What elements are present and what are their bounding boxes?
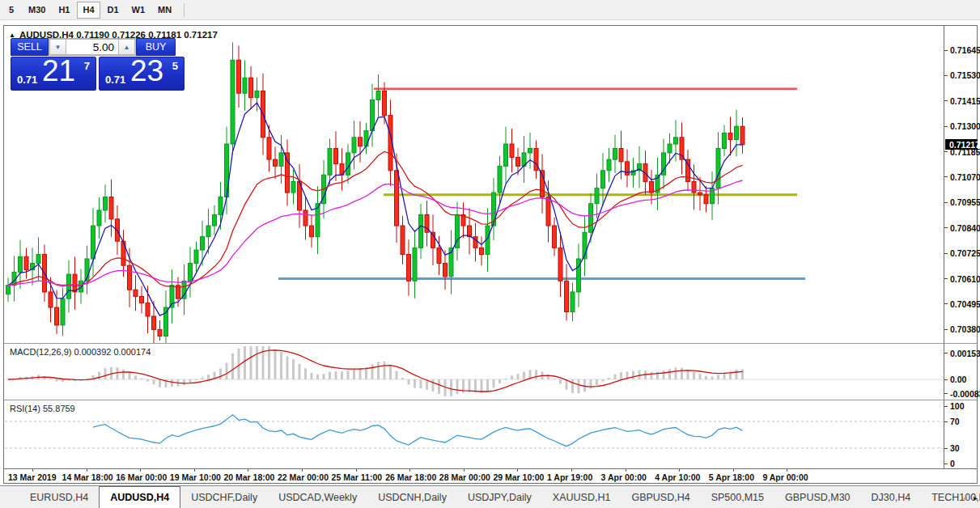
macd-label: MACD(12,26,9) 0.000392 0.000174 [10,347,151,357]
volume-decrease-button[interactable]: ▼ [49,39,66,55]
sell-price-pip: 7 [84,60,90,72]
chart-window: ▲AUDUSD,H4 0.71190 0.71226 0.71181 0.712… [3,25,978,484]
time-axis-label: 13 Mar 2019 [8,472,57,482]
price-tick [944,126,948,127]
chart-tab-usdcad-weekly[interactable]: USDCAD,Weekly [268,486,367,508]
timeframe-button-m30[interactable]: M30 [23,2,51,19]
rsi-scale-tick [944,464,948,464]
price-tick [944,253,948,254]
price-scale-label: 0.70840 [950,223,980,233]
rsi-scale-tick [944,448,948,449]
chart-tab-usdcnh-daily[interactable]: USDCNH,Daily [367,486,457,508]
price-scale-label: 0.71415 [950,96,980,106]
rsi-scale-label: 70 [950,417,960,426]
buy-price-prefix: 0.71 [105,74,125,86]
sell-price-prefix: 0.71 [17,74,37,86]
time-axis-label: 1 Apr 19:00 [547,472,592,482]
price-scale-label: 0.70725 [950,248,980,258]
price-scale-label: 0.71300 [950,121,980,131]
rsi-scale-label: 30 [950,443,960,453]
time-tick [32,469,33,472]
price-tick [944,303,948,304]
chart-tab-eurusd-h4[interactable]: EURUSD,H4 [19,486,99,508]
current-price-badge: 0.71217 [945,139,978,150]
trading-platform-window: 5M30H1H4D1W1MN ▲AUDUSD,H4 0.71190 0.7122… [0,0,980,508]
price-scale-label: 0.71070 [950,172,980,182]
chart-tab-bar: EURUSD,H4AUDUSD,H4USDCHF,DailyUSDCAD,Wee… [0,485,980,508]
time-axis-label: 28 Mar 00:00 [439,472,490,482]
rsi-indicator-canvas[interactable] [5,401,944,468]
time-tick [679,469,680,472]
time-axis-label: 4 Apr 10:00 [655,472,700,482]
macd-scale-tick [944,393,948,394]
time-tick [626,469,626,472]
price-tick [944,151,948,152]
time-tick [248,469,248,472]
time-tick [87,469,87,472]
chart-tab-usdjpy-daily[interactable]: USDJPY,Daily [457,486,542,508]
price-tick [944,50,948,51]
time-axis-label: 5 Apr 18:00 [709,472,754,482]
time-tick [571,469,572,472]
macd-scale-label: -0.000835 [950,389,980,399]
time-axis-label: 14 Mar 18:00 [62,472,113,482]
macd-value-main: 0.000392 [74,347,111,357]
timeframe-button-d1[interactable]: D1 [102,2,125,19]
time-axis-label: 16 Mar 00:00 [116,472,167,482]
price-tick [944,227,948,228]
price-tick [944,100,948,101]
price-scale-label: 0.70380 [950,324,980,334]
time-axis-label: 26 Mar 18:00 [385,472,436,482]
volume-increase-button[interactable]: ▲ [118,39,135,55]
timeframe-button-5[interactable]: 5 [2,2,21,19]
rsi-value: 55.8759 [43,404,75,413]
rsi-scale-label: 0 [950,459,955,468]
time-axis-label: 25 Mar 11:00 [332,472,382,482]
chart-tab-xauusd-h1[interactable]: XAUUSD,H1 [542,486,622,508]
rsi-scale-tick [944,421,948,422]
time-tick [409,469,410,472]
chart-tab-sp500-m15[interactable]: SP500,M15 [701,486,774,508]
time-tick [787,469,787,472]
chart-tab-dj30-h4[interactable]: DJ30,H4 [861,486,922,508]
chart-tab-audusd-h4[interactable]: AUDUSD,H4 [99,486,180,508]
chart-tab-gbpusd-m30[interactable]: GBPUSD,M30 [774,486,861,508]
timeframe-button-w1[interactable]: W1 [126,2,151,19]
buy-button[interactable]: BUY [136,38,176,56]
tab-scroll-left-icon[interactable]: ◂ [963,493,967,502]
price-scale-label: 0.71530 [950,70,980,80]
sell-price-big: 21 [42,54,75,88]
chart-tab-gbpusd-h4[interactable]: GBPUSD,H4 [621,486,700,508]
time-axis-label: 20 Mar 18:00 [223,472,274,482]
price-scale-label: 0.70955 [950,197,980,207]
time-axis: 13 Mar 201914 Mar 18:0016 Mar 00:0019 Ma… [4,469,940,485]
sell-price-box[interactable]: 0.71 21 7 [11,57,96,91]
macd-scale-tick [944,379,948,380]
time-tick [194,469,195,472]
price-scale[interactable]: 0.71217 0.716450.715300.714150.713000.71… [944,26,978,469]
time-tick [302,469,303,472]
rsi-scale-tick [944,406,948,407]
timeframe-button-h4[interactable]: H4 [77,2,100,19]
time-tick [140,469,141,472]
price-tick [944,75,948,76]
sell-button[interactable]: SELL [11,38,49,56]
timeframe-button-mn[interactable]: MN [152,2,177,19]
chart-tab-usdchf-daily[interactable]: USDCHF,Daily [180,486,268,508]
price-tick [944,202,948,203]
rsi-scale-label: 100 [950,401,965,411]
price-scale-label: 0.71645 [950,45,980,55]
time-tick [464,469,465,472]
time-axis-label: 3 Apr 00:00 [601,472,647,482]
time-tick [356,469,357,472]
ohlc-close: 0.71217 [184,30,218,40]
timeframe-button-h1[interactable]: H1 [53,2,75,19]
tab-scroll-right-icon[interactable]: ▸ [974,493,978,502]
rsi-label: RSI(14) 55.8759 [10,404,75,413]
macd-scale-tick [944,353,948,353]
buy-price-box[interactable]: 0.71 23 5 [99,57,185,91]
price-scale-label: 0.70495 [950,299,980,309]
one-click-trading-panel: SELL ▼ 5.00 ▲ BUY 0.71 21 7 0.71 23 5 [11,38,185,91]
volume-input[interactable]: 5.00 [66,39,118,55]
macd-scale-label: 0.001538 [950,349,980,358]
